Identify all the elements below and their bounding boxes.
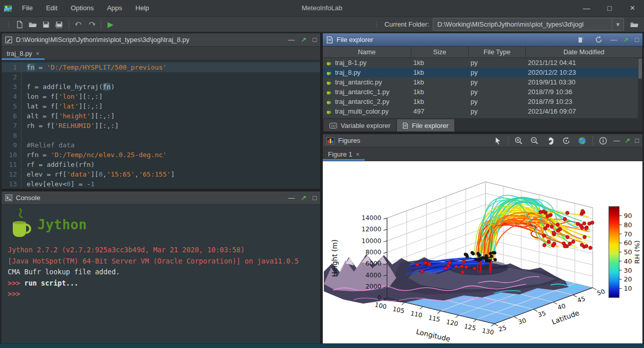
end-point-red <box>566 235 569 239</box>
tab-close-icon[interactable]: × <box>36 50 39 57</box>
new-file-button[interactable] <box>13 18 26 31</box>
panel-maximize-button[interactable]: □ <box>635 137 639 144</box>
rotate-tool-icon[interactable] <box>561 135 572 146</box>
z-tick-label: 8000 <box>366 249 382 256</box>
panel-minimize-button[interactable]: — <box>288 36 295 43</box>
end-point-red <box>547 240 550 244</box>
menu-apps[interactable]: Apps <box>100 0 129 16</box>
code-editor[interactable]: 1fn = 'D:/Temp/HYSPLIT/500_previous' 2 3… <box>2 60 320 189</box>
window-maximize-button[interactable]: □ <box>598 0 621 16</box>
colorbar-tick-label: 90 <box>624 212 632 220</box>
column-header-size[interactable]: Size <box>411 47 469 57</box>
current-folder-value[interactable]: D:\Working\MIScript\Jython\mis\plot_type… <box>433 20 612 28</box>
tab-file-explorer[interactable]: File explorer <box>397 119 454 132</box>
window-close-button[interactable]: × <box>621 0 644 16</box>
save-as-button[interactable] <box>53 18 66 31</box>
figure-tab-1[interactable]: Figure 1 × <box>323 148 365 161</box>
redo-button[interactable] <box>85 18 98 31</box>
console-line: CMA Bufr lookup file added. <box>8 267 314 278</box>
jython-logo: Jython <box>9 208 314 242</box>
table-scrollbar[interactable] <box>638 57 642 118</box>
pan-hand-tool-icon[interactable] <box>545 135 556 146</box>
menu-options[interactable]: Options <box>64 0 100 16</box>
code-line: 8 <box>2 130 320 140</box>
file-explorer-buttons: — ↗ □ <box>575 34 639 46</box>
zoom-in-tool-icon[interactable] <box>513 135 524 146</box>
menu-edit[interactable]: Edit <box>39 0 64 16</box>
end-point-red <box>552 231 556 234</box>
console-icon <box>5 194 12 201</box>
panel-maximize-button[interactable]: □ <box>313 194 317 201</box>
browse-folder-button[interactable] <box>628 18 641 31</box>
scrollbar-thumb[interactable] <box>638 58 642 79</box>
window-minimize-button[interactable]: — <box>575 0 598 16</box>
figures-title-bar: Figures <box>323 134 642 147</box>
window-title: MeteoInfoLab <box>302 0 343 16</box>
title-bar: File Edit Options Apps Help MeteoInfoLab… <box>0 0 644 16</box>
figure-canvas[interactable]: 0200040006000800010000120001400010010511… <box>323 161 642 343</box>
column-header-filetype[interactable]: File Type <box>469 47 526 57</box>
grid-line <box>387 205 485 241</box>
end-point-red <box>589 246 592 250</box>
line-number: 7 <box>2 121 21 130</box>
file-row-selected[interactable]: traj_8.py 1kb py 2020/12/2 10:23 <box>323 68 642 77</box>
file-row[interactable]: traj_multi_color.py 497 py 2021/4/16 09:… <box>323 106 642 116</box>
copy-path-button[interactable] <box>575 34 587 46</box>
editor-tab-traj8[interactable]: traj_8.py × <box>2 47 45 60</box>
line-number: 2 <box>2 72 21 82</box>
window-bottom-strip <box>0 343 644 348</box>
end-point-red <box>448 261 451 265</box>
start-point-black <box>464 253 467 256</box>
y-tick <box>593 288 596 290</box>
main-toolbar: ⋮ ▶ ⋮ Current Folder: D:\Working\MIScrip… <box>0 16 644 32</box>
panel-float-button[interactable]: ↗ <box>301 36 306 43</box>
refresh-icon[interactable] <box>593 34 604 46</box>
panel-float-button[interactable]: ↗ <box>623 36 629 43</box>
panel-minimize-button[interactable]: — <box>610 36 617 43</box>
panel-float-button[interactable]: ↗ <box>301 194 306 201</box>
console-prompt[interactable]: >>> <box>8 289 314 300</box>
menu-file[interactable]: File <box>15 0 39 16</box>
info-tool-icon[interactable] <box>597 135 609 146</box>
panel-minimize-button[interactable]: — <box>288 194 295 201</box>
toolbar-separator <box>101 20 101 29</box>
panel-minimize-button[interactable]: — <box>613 137 620 144</box>
z-tick <box>384 218 387 219</box>
menu-help[interactable]: Help <box>129 0 156 16</box>
column-header-date[interactable]: Date Modified <box>526 47 642 57</box>
file-row[interactable]: traj_antarctic_1.py 1kb py 2018/7/9 10:3… <box>323 87 642 97</box>
end-point-red <box>563 245 567 248</box>
x-tick <box>473 319 476 322</box>
save-button[interactable] <box>39 18 53 31</box>
open-file-button[interactable] <box>26 18 39 31</box>
code-line: 6alt = f['height'][:,:] <box>2 111 320 121</box>
z-tick <box>384 229 387 230</box>
undo-button[interactable] <box>72 18 85 31</box>
current-folder-combobox[interactable]: D:\Working\MIScript\Jython\mis\plot_type… <box>433 18 624 31</box>
panel-float-button[interactable]: ↗ <box>625 137 630 144</box>
file-row[interactable]: traj_antarctic_2.py 1kb py 2018/7/9 10:2… <box>323 97 642 106</box>
run-script-button[interactable]: ▶ <box>104 18 117 31</box>
chevron-down-icon[interactable]: ▾ <box>612 18 624 30</box>
z-tick <box>384 241 387 242</box>
file-explorer-title: File explorer <box>337 36 373 44</box>
figures-icon <box>326 137 335 144</box>
end-point-red <box>542 234 546 237</box>
z-tick-label: 10000 <box>362 237 382 245</box>
panel-maximize-button[interactable]: □ <box>313 36 317 43</box>
x-tick <box>419 307 423 309</box>
tab-close-icon[interactable]: × <box>356 151 360 158</box>
pointer-tool-icon[interactable] <box>492 135 503 146</box>
column-header-name[interactable]: Name <box>323 47 411 57</box>
tab-variable-explorer[interactable]: (x) Variable explorer <box>324 119 396 132</box>
y-axis-label: Latitude <box>550 309 580 326</box>
x-tick-label: 130 <box>481 327 494 336</box>
end-point-red <box>566 211 569 215</box>
console-output[interactable]: Jython Jython 2.7.2 (v2.7.2:925a3cc3b49d… <box>2 205 320 343</box>
panel-maximize-button[interactable]: □ <box>635 36 639 43</box>
file-row[interactable]: traj_antarctic.py 1kb py 2019/9/11 03:30 <box>323 77 642 87</box>
globe-tool-icon[interactable] <box>576 135 588 146</box>
end-point-red <box>551 244 555 247</box>
zoom-out-tool-icon[interactable] <box>529 135 540 146</box>
file-row[interactable]: traj_8-1.py 1kb py 2021/1/12 04:41 <box>323 58 642 68</box>
